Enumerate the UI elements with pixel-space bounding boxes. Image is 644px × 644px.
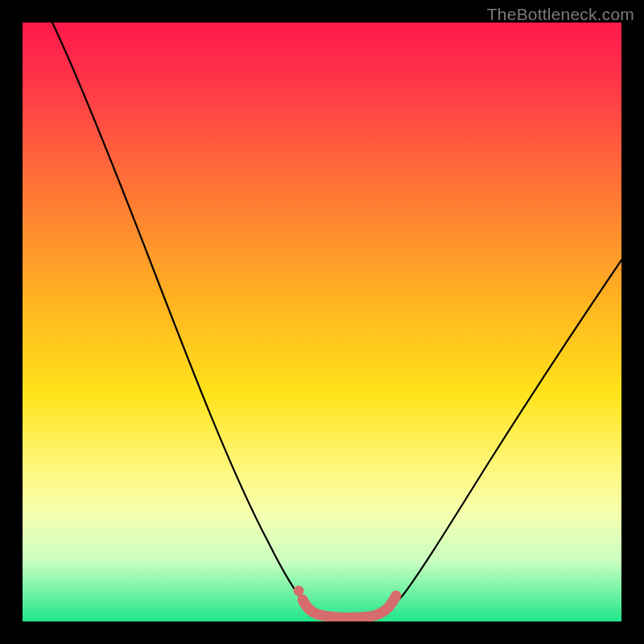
optimal-point-marker xyxy=(294,586,304,597)
chart-frame: TheBottleneck.com xyxy=(0,0,644,644)
watermark-text: TheBottleneck.com xyxy=(487,5,634,24)
chart-svg xyxy=(23,23,621,621)
bottleneck-curve xyxy=(52,23,621,617)
plot-area xyxy=(23,23,621,621)
optimal-range-highlight xyxy=(303,596,396,617)
